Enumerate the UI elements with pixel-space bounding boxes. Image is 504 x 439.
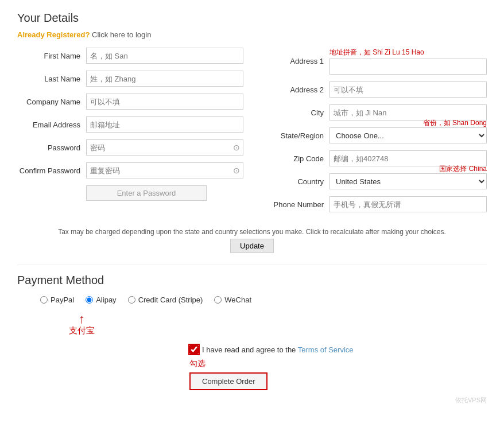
payment-methods: PayPal Alipay Credit Card (Stripe) WeCha… [17, 296, 487, 304]
confirm-password-field: ⊙ [86, 162, 243, 178]
agree-text: I have read and agree to the Terms of Se… [202, 345, 354, 354]
password-eye-icon[interactable]: ⊙ [233, 143, 240, 152]
first-name-row: First Name [17, 48, 243, 64]
phone-input[interactable] [329, 196, 487, 212]
password-label: Password [17, 143, 86, 152]
agree-row: I have read and agree to the Terms of Se… [17, 345, 487, 354]
last-name-field [86, 71, 243, 87]
confirm-password-label: Confirm Password [17, 166, 86, 175]
payment-title: Payment Method [17, 265, 487, 287]
paypal-label: PayPal [51, 296, 74, 304]
email-field [86, 116, 243, 133]
address1-row: Address 1 地址拼音，如 Shi Zi Lu 15 Hao [261, 48, 487, 75]
stripe-option[interactable]: Credit Card (Stripe) [128, 296, 203, 304]
country-label: Country [261, 177, 329, 186]
company-name-row: Company Name [17, 94, 243, 110]
address2-field [329, 81, 487, 98]
arrow-up-icon: ↑ [79, 313, 85, 325]
update-btn-row: Update [17, 239, 487, 253]
paypal-option[interactable]: PayPal [40, 296, 74, 304]
wechat-option[interactable]: WeChat [214, 296, 251, 304]
address2-label: Address 2 [261, 86, 329, 94]
paypal-radio[interactable] [40, 296, 48, 304]
stripe-radio[interactable] [128, 296, 135, 304]
company-name-field [86, 94, 243, 110]
last-name-label: Last Name [17, 75, 86, 83]
phone-row: Phone Number [261, 196, 487, 212]
email-label: Email Address [17, 121, 86, 129]
complete-order-button[interactable]: Complete Order [189, 372, 267, 390]
company-name-label: Company Name [17, 98, 86, 106]
tax-notice: Tax may be charged depending upon the st… [17, 228, 487, 236]
gou-label: 勾选 [17, 359, 487, 369]
password-row: Password ⊙ [17, 139, 243, 156]
alipay-option[interactable]: Alipay [86, 296, 116, 304]
already-registered-row: Already Registered? Click here to login [17, 30, 487, 39]
state-row: State/Region Choose One... 省份，如 Shan Don… [261, 127, 487, 143]
terms-link[interactable]: Terms of Service [298, 345, 354, 354]
address2-row: Address 2 [261, 81, 487, 98]
form-section: First Name Last Name Company Name Email … [17, 48, 487, 219]
state-field: Choose One... 省份，如 Shan Dong [329, 127, 487, 143]
enter-password-button[interactable]: Enter a Password [86, 185, 207, 201]
watermark: 依托VPS网 [17, 396, 487, 405]
agree-checkbox[interactable] [189, 345, 199, 354]
password-field: ⊙ [86, 139, 243, 156]
city-label: City [261, 108, 329, 117]
address1-input[interactable] [329, 59, 487, 75]
zip-label: Zip Code [261, 154, 329, 163]
state-select[interactable]: Choose One... [329, 127, 487, 143]
phone-label: Phone Number [261, 200, 329, 209]
address1-hint: 地址拼音，如 Shi Zi Lu 15 Hao [329, 48, 487, 57]
alipay-annotation-section: ↑ 支付宝 [17, 313, 487, 336]
wechat-label: WeChat [224, 296, 251, 304]
complete-order-row: Complete Order [17, 372, 487, 390]
left-form-col: First Name Last Name Company Name Email … [17, 48, 243, 219]
right-form-col: Address 1 地址拼音，如 Shi Zi Lu 15 Hao Addres… [261, 48, 487, 219]
confirm-eye-icon[interactable]: ⊙ [233, 166, 240, 175]
wechat-radio[interactable] [214, 296, 222, 304]
last-name-input[interactable] [86, 71, 243, 87]
alipay-label: Alipay [96, 296, 116, 304]
company-name-input[interactable] [86, 94, 243, 110]
phone-field [329, 196, 487, 212]
email-input[interactable] [86, 116, 243, 133]
email-row: Email Address [17, 116, 243, 133]
page-title: Your Details [17, 11, 487, 25]
alipay-chinese-label: 支付宝 [69, 325, 95, 336]
enter-password-row: Enter a Password [17, 185, 243, 201]
first-name-input[interactable] [86, 48, 243, 64]
login-link[interactable]: Click here to login [92, 30, 151, 39]
stripe-label: Credit Card (Stripe) [138, 296, 203, 304]
address1-field: 地址拼音，如 Shi Zi Lu 15 Hao [329, 48, 487, 75]
confirm-password-row: Confirm Password ⊙ [17, 162, 243, 178]
address2-input[interactable] [329, 81, 487, 98]
already-registered-label: Already Registered? [17, 30, 90, 39]
last-name-row: Last Name [17, 71, 243, 87]
first-name-field [86, 48, 243, 64]
update-button[interactable]: Update [230, 239, 274, 253]
country-field: United States China 国家选择 China [329, 173, 487, 189]
address1-label: Address 1 [261, 57, 329, 65]
confirm-password-input[interactable] [86, 162, 243, 178]
state-label: State/Region [261, 131, 329, 140]
country-row: Country United States China 国家选择 China [261, 173, 487, 189]
first-name-label: First Name [17, 52, 86, 60]
country-select[interactable]: United States China [329, 173, 487, 189]
alipay-radio[interactable] [86, 296, 93, 304]
password-input[interactable] [86, 139, 243, 156]
